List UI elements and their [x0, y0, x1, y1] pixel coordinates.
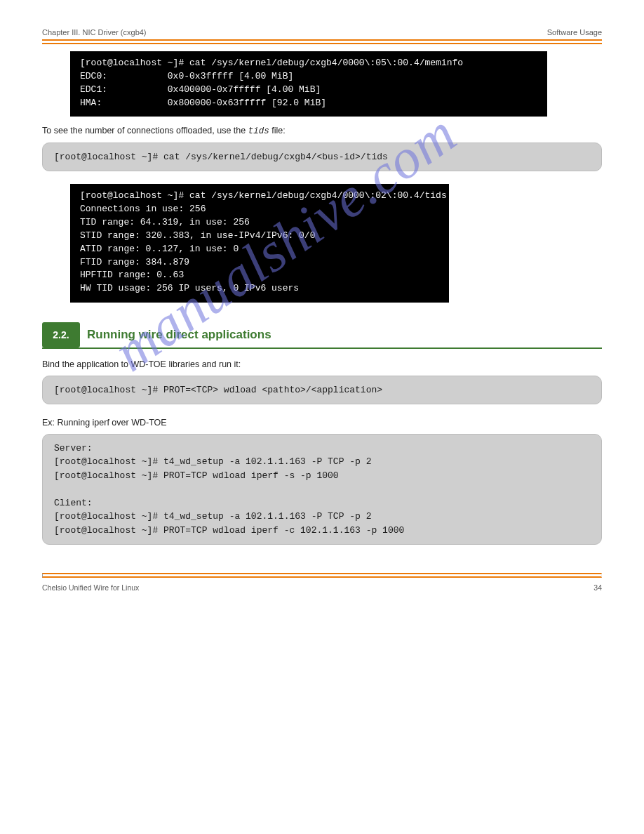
heading-number-badge: 2.2.: [42, 322, 80, 348]
codebox-wdload: [root@localhost ~]# PROT=<TCP> wdload <p…: [42, 376, 602, 405]
footer-rule: [42, 573, 602, 578]
codebox-iperf-example: Server: [root@localhost ~]# t4_wd_setup …: [42, 434, 602, 545]
paragraph-iperf-example: Ex: Running iperf over WD-TOE: [42, 417, 602, 430]
footer-left: Chelsio Unified Wire for Linux: [42, 583, 139, 592]
heading-title: Running wire direct applications: [87, 328, 271, 342]
document-page: Chapter III. NIC Driver (cxgb4) Software…: [0, 0, 644, 834]
page-footer: Chelsio Unified Wire for Linux 34: [42, 583, 602, 592]
codebox-tids-command: [root@localhost ~]# cat /sys/kernel/debu…: [42, 143, 602, 172]
section-heading: 2.2. Running wire direct applications: [42, 322, 602, 348]
terminal-tids-output: [root@localhost ~]# cat /sys/kernel/debu…: [70, 184, 449, 303]
header-left: Chapter III. NIC Driver (cxgb4): [42, 28, 147, 37]
section-rule: [42, 348, 602, 349]
paragraph-tids-intro: To see the number of connections offload…: [42, 125, 602, 138]
page-header: Chapter III. NIC Driver (cxgb4) Software…: [42, 28, 602, 37]
terminal-meminfo: [root@localhost ~]# cat /sys/kernel/debu…: [70, 51, 547, 117]
footer-page-number: 34: [593, 583, 602, 592]
header-right: Software Usage: [547, 28, 602, 37]
paragraph-bind-app: Bind the application to WD-TOE libraries…: [42, 359, 602, 371]
header-rule: [42, 39, 602, 44]
